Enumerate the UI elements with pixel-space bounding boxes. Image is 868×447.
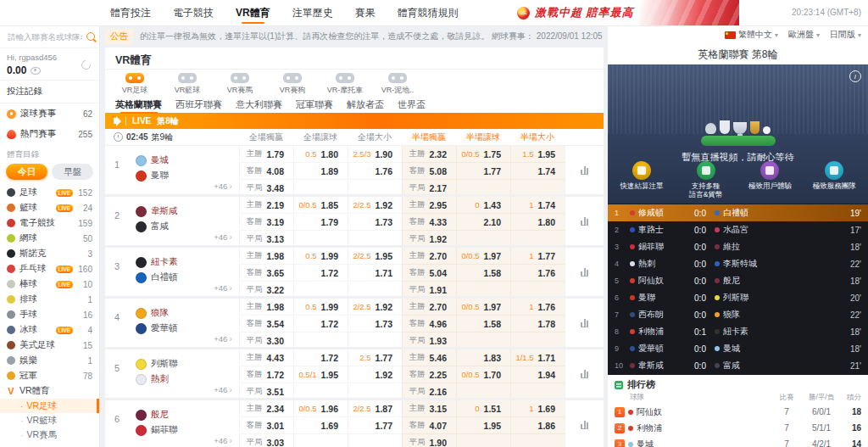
selector-歐洲盤[interactable]: 歐洲盤▾	[788, 29, 820, 41]
odds-cell[interactable]	[348, 433, 402, 447]
odds-cell[interactable]: 客勝4.08	[240, 162, 293, 179]
tab-today[interactable]: 今日	[6, 164, 47, 180]
odds-cell[interactable]	[348, 383, 402, 400]
odds-cell[interactable]	[457, 230, 510, 247]
odds-cell[interactable]: 1.95	[457, 416, 510, 433]
odds-cell[interactable]: 主勝1.98	[240, 299, 293, 315]
odds-cell[interactable]: 11.69	[511, 400, 565, 416]
odds-cell[interactable]: 主勝2.70	[403, 299, 456, 315]
vr-sport-VR賽狗[interactable]: VR賽狗	[266, 73, 319, 96]
odds-cell[interactable]: 01.43	[457, 197, 510, 213]
odds-cell[interactable]	[294, 433, 348, 447]
odds-cell[interactable]	[294, 332, 348, 349]
odds-cell[interactable]: 1.89	[294, 162, 348, 179]
odds-cell[interactable]: 客勝1.72	[240, 366, 293, 383]
home-team[interactable]: 列斯聯	[136, 356, 239, 372]
odds-cell[interactable]: 1.76	[511, 264, 565, 281]
tab-early[interactable]: 早盤	[52, 164, 93, 180]
odds-cell[interactable]: 1.76	[348, 162, 402, 179]
odds-cell[interactable]	[294, 230, 348, 247]
odds-cell[interactable]: 平局1.91	[403, 281, 456, 298]
odds-chart-button[interactable]	[565, 146, 604, 194]
more-markets-link[interactable]: +46›	[214, 283, 232, 293]
live-match-row[interactable]: 8利物浦0:1紐卡素18'	[608, 323, 868, 340]
odds-cell[interactable]: 客勝3.65	[240, 264, 293, 281]
vr-sport-VR賽馬[interactable]: VR賽馬	[214, 73, 266, 96]
tab-西班牙聯賽[interactable]: 西班牙聯賽	[175, 98, 222, 114]
bet-records-link[interactable]: 投注記錄	[0, 81, 99, 103]
odds-cell[interactable]: 1.69	[294, 416, 348, 433]
odds-cell[interactable]: 1.72	[294, 264, 348, 281]
odds-cell[interactable]: 1.80	[511, 213, 565, 230]
vr-sport-VR-泥地..[interactable]: VR-泥地..	[371, 73, 424, 96]
odds-cell[interactable]: 平局1.92	[403, 230, 456, 247]
odds-cell[interactable]: 平局3.03	[240, 433, 293, 447]
nav-item-注單歷史[interactable]: 注單歷史	[291, 1, 335, 25]
odds-cell[interactable]	[457, 383, 510, 400]
odds-cell[interactable]: 0/0.51.97	[457, 299, 510, 315]
info-icon[interactable]	[849, 70, 861, 82]
odds-chart-button[interactable]	[565, 248, 604, 296]
live-match-row[interactable]: 6曼聯0:0列斯聯20'	[608, 289, 868, 306]
odds-cell[interactable]: 平局3.30	[240, 332, 293, 349]
odds-cell[interactable]	[511, 433, 565, 447]
search-icon[interactable]	[86, 32, 95, 41]
home-team[interactable]: 般尼	[136, 407, 239, 422]
odds-cell[interactable]	[457, 281, 510, 298]
odds-cell[interactable]: 平局2.17	[403, 179, 456, 196]
sidebar-item-VR籃球[interactable]: ·VR籃球	[0, 413, 99, 427]
odds-cell[interactable]: 平局1.93	[403, 332, 456, 349]
odds-cell[interactable]: 11.77	[511, 248, 565, 264]
odds-cell[interactable]: 1.73	[348, 213, 402, 230]
more-markets-link[interactable]: +46›	[214, 385, 232, 394]
home-team[interactable]: 韋斯咸	[136, 204, 239, 219]
odds-cell[interactable]: 1.94	[511, 366, 565, 383]
odds-cell[interactable]: 客勝2.25	[403, 366, 456, 383]
odds-cell[interactable]: 平局3.48	[240, 179, 293, 196]
odds-cell[interactable]: 客勝4.07	[403, 416, 456, 433]
home-team[interactable]: 紐卡素	[136, 254, 239, 270]
odds-cell[interactable]: 主勝1.79	[240, 146, 293, 162]
odds-cell[interactable]: 主勝2.19	[240, 197, 293, 213]
more-markets-link[interactable]: +46›	[214, 232, 232, 242]
sidebar-item-棒球[interactable]: 棒球LIVE10	[0, 277, 99, 292]
match-teams[interactable]: 韋斯咸富咸+46›	[129, 197, 239, 245]
odds-cell[interactable]: 11.76	[511, 299, 565, 315]
tab-英格蘭聯賽[interactable]: 英格蘭聯賽	[115, 98, 162, 114]
vr-sport-VR足球[interactable]: VR足球	[108, 73, 161, 96]
eye-icon[interactable]	[31, 67, 41, 75]
odds-cell[interactable]: 2/2.51.95	[348, 248, 402, 264]
sidebar-item-冠軍[interactable]: 冠軍78	[0, 368, 99, 383]
sidebar-item-娛樂[interactable]: 娛樂1	[0, 353, 99, 368]
sidebar-item-網球[interactable]: 網球50	[0, 231, 99, 246]
odds-cell[interactable]	[457, 433, 510, 447]
odds-cell[interactable]: 客勝4.96	[403, 315, 456, 332]
sidebar-item-電子競技[interactable]: 電子競技159	[0, 215, 99, 231]
odds-cell[interactable]	[457, 332, 510, 349]
match-teams[interactable]: 曼城曼聯+46›	[129, 146, 239, 194]
odds-chart-button[interactable]	[565, 400, 604, 447]
odds-cell[interactable]: 主勝2.34	[240, 400, 293, 416]
more-markets-link[interactable]: +46›	[214, 334, 232, 344]
odds-cell[interactable]: 客勝3.01	[240, 416, 293, 433]
sidebar-item-手球[interactable]: 手球16	[0, 307, 99, 322]
odds-cell[interactable]: 客勝5.08	[403, 162, 456, 179]
sidebar-item-美式足球[interactable]: 美式足球15	[0, 338, 99, 353]
home-team[interactable]: 曼城	[136, 153, 239, 168]
nav-item-體育投注[interactable]: 體育投注	[108, 1, 153, 25]
live-match-row[interactable]: 5阿仙奴0:0般尼18'	[608, 272, 868, 289]
odds-cell[interactable]: 0.51.99	[294, 248, 348, 264]
inplay-events-link[interactable]: 滾球賽事 62	[0, 103, 99, 124]
odds-cell[interactable]: 0/0.51.97	[457, 248, 510, 264]
odds-cell[interactable]	[511, 179, 565, 196]
tab-解放者盃[interactable]: 解放者盃	[347, 98, 384, 114]
more-markets-link[interactable]: +46›	[214, 436, 232, 445]
odds-cell[interactable]	[294, 179, 348, 196]
odds-cell[interactable]: 0/0.51.70	[457, 366, 510, 383]
odds-cell[interactable]: 2.5/31.90	[348, 146, 402, 162]
odds-cell[interactable]: 0/0.51.75	[457, 146, 510, 162]
odds-cell[interactable]: 1.58	[457, 315, 510, 332]
live-match-row[interactable]: 9愛華頓0:0曼城18'	[608, 340, 868, 357]
match-teams[interactable]: 般尼錫菲聯+46›	[129, 400, 239, 447]
odds-cell[interactable]: 0.51.99	[294, 299, 348, 315]
